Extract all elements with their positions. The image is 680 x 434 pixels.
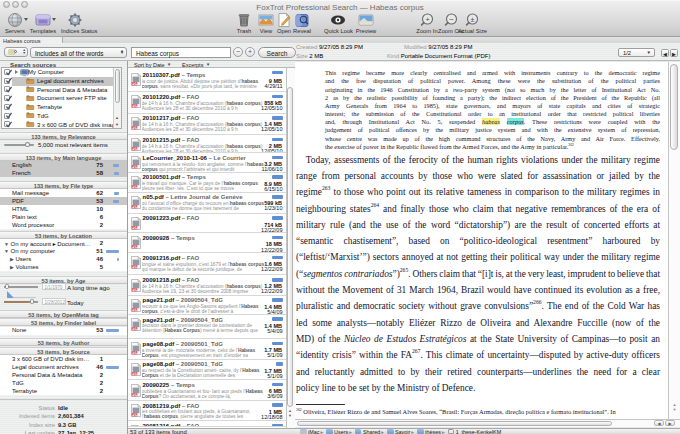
svg-text:PDF: PDF [132, 205, 138, 209]
svg-text:PDF: PDF [132, 147, 138, 151]
svg-text:PDF: PDF [132, 413, 138, 417]
svg-text:PDF: PDF [132, 165, 138, 169]
svg-text:PDF: PDF [132, 288, 138, 292]
svg-text:+: + [425, 15, 430, 24]
svg-text:PDF: PDF [132, 265, 138, 269]
svg-text:PDF: PDF [132, 245, 138, 249]
svg-text:PDF: PDF [132, 392, 138, 396]
svg-text:PDF: PDF [132, 372, 138, 376]
svg-text:PDF: PDF [132, 327, 138, 331]
svg-text:±: ± [470, 15, 475, 24]
svg-text:PDF: PDF [132, 351, 138, 355]
svg-text:PDF: PDF [132, 185, 138, 189]
svg-text:PDF: PDF [132, 82, 138, 86]
svg-text:PDF: PDF [132, 226, 138, 230]
svg-text:PDF: PDF [132, 104, 138, 108]
svg-text:PDF: PDF [132, 308, 138, 312]
svg-text:−: − [449, 15, 454, 24]
svg-text:PDF: PDF [132, 126, 138, 130]
